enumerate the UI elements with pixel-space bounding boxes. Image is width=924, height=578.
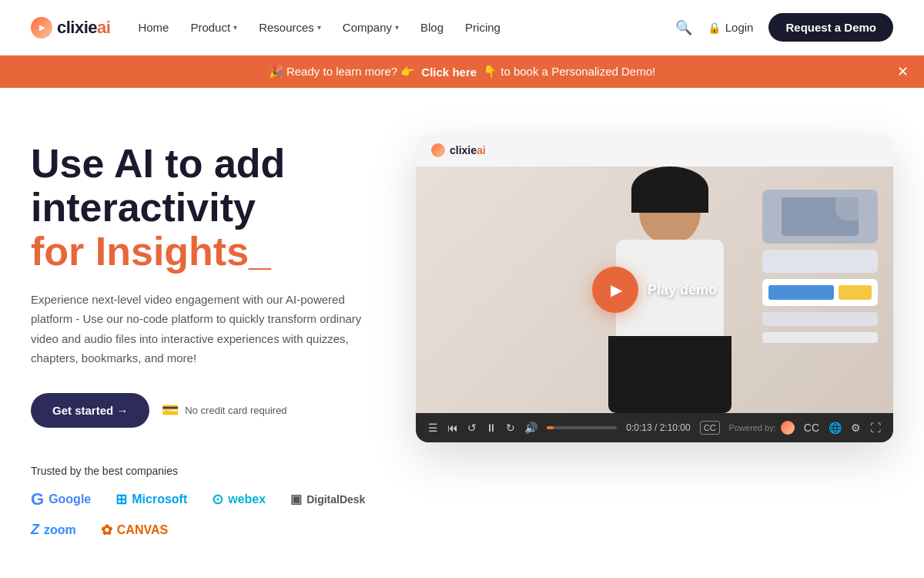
video-ui-mockup (762, 190, 878, 343)
rewind-button[interactable]: ↺ (467, 422, 477, 434)
play-label: Play demo (648, 282, 717, 298)
logo-digitaldesk: ▣ DigitalDesk (290, 492, 365, 506)
banner-text-before: 🎉 Ready to learn more? 👉 (269, 65, 416, 79)
skip-back-button[interactable]: ⏮ (447, 422, 458, 434)
logo-microsoft: ⊞ Microsoft (116, 491, 187, 508)
hero-right: clixieai (416, 134, 893, 442)
trusted-logos: G Google ⊞ Microsoft ⊙ webex ▣ DigitalDe… (31, 489, 385, 539)
video-controls: ☰ ⏮ ↺ ⏸ ↻ 🔊 0:0:13 / 2:10:00 CC Powered … (416, 413, 893, 442)
logo-zoom: Z zoom (31, 522, 76, 538)
logo-canvas: ✿ CANVAS (101, 522, 168, 539)
search-button[interactable]: 🔍 (675, 19, 692, 36)
progress-fill (547, 426, 554, 429)
subtitles-button[interactable]: CC (804, 422, 819, 434)
logo-google: G Google (31, 489, 91, 509)
hero-heading: Use AI to add interactivity for Insights… (31, 142, 385, 274)
nav-pricing[interactable]: Pricing (465, 21, 500, 34)
nav-company[interactable]: Company ▾ (343, 21, 399, 34)
nav-resources[interactable]: Resources ▾ (259, 21, 321, 34)
banner-close-button[interactable]: ✕ (897, 63, 909, 80)
globe-button[interactable]: 🌐 (829, 422, 842, 434)
hero-heading-accent: for Insights_ (31, 230, 385, 274)
promo-banner: 🎉 Ready to learn more? 👉 Click here 👇 to… (0, 55, 924, 88)
settings-button[interactable]: ⚙ (851, 422, 861, 434)
powered-by-icon (781, 421, 795, 435)
navbar: clixieai Home Product ▾ Resources ▾ Comp… (0, 0, 924, 55)
hero-left: Use AI to add interactivity for Insights… (31, 134, 385, 539)
get-started-button[interactable]: Get started → (31, 393, 149, 428)
no-credit-card-notice: 💳 No credit card required (162, 402, 286, 418)
nav-blog[interactable]: Blog (420, 21, 444, 34)
video-logo-icon (431, 143, 445, 157)
banner-text-after: 👇 to book a Personalized Demo! (483, 65, 655, 79)
hero-section: Use AI to add interactivity for Insights… (0, 88, 924, 570)
logo-webex: ⊙ webex (212, 491, 266, 508)
nav-product[interactable]: Product ▾ (190, 21, 237, 34)
logo-icon (31, 17, 52, 39)
pause-button[interactable]: ⏸ (486, 422, 497, 434)
video-logo: clixieai (431, 143, 486, 157)
trusted-section: Trusted by the best companies G Google ⊞… (31, 465, 385, 539)
play-overlay: Play demo (592, 267, 717, 313)
hero-cta: Get started → 💳 No credit card required (31, 393, 385, 428)
video-container: clixieai (416, 134, 893, 442)
hero-description: Experience next-level video engagement w… (31, 290, 370, 368)
powered-by: Powered by: (729, 421, 795, 435)
nav-home[interactable]: Home (138, 21, 169, 34)
logo-text: clixieai (57, 18, 110, 38)
volume-button[interactable]: 🔊 (524, 422, 537, 434)
credit-card-icon: 💳 (162, 402, 179, 418)
captions-button[interactable]: CC (700, 421, 720, 435)
company-chevron-icon: ▾ (395, 23, 399, 32)
banner-link[interactable]: Click here (421, 66, 477, 79)
product-chevron-icon: ▾ (233, 23, 237, 32)
video-header: clixieai (416, 134, 893, 166)
logo[interactable]: clixieai (31, 17, 110, 39)
navbar-left: clixieai Home Product ▾ Resources ▾ Comp… (31, 17, 500, 39)
navbar-right: 🔍 🔒 Login Request a Demo (675, 13, 893, 42)
nav-links: Home Product ▾ Resources ▾ Company ▾ Blo… (138, 21, 500, 34)
login-button[interactable]: 🔒 Login (708, 21, 754, 34)
trusted-label: Trusted by the best companies (31, 465, 385, 477)
video-main[interactable]: Play demo (416, 166, 893, 413)
time-display: 0:0:13 / 2:10:00 (626, 422, 690, 433)
forward-button[interactable]: ↻ (506, 422, 515, 434)
chapters-button[interactable]: ☰ (428, 422, 438, 434)
lock-icon: 🔒 (708, 22, 721, 34)
video-logo-text: clixieai (450, 144, 486, 156)
fullscreen-button[interactable]: ⛶ (870, 422, 881, 434)
progress-bar[interactable] (547, 426, 617, 429)
resources-chevron-icon: ▾ (317, 23, 321, 32)
play-button[interactable] (592, 267, 638, 313)
request-demo-button[interactable]: Request a Demo (768, 13, 893, 42)
